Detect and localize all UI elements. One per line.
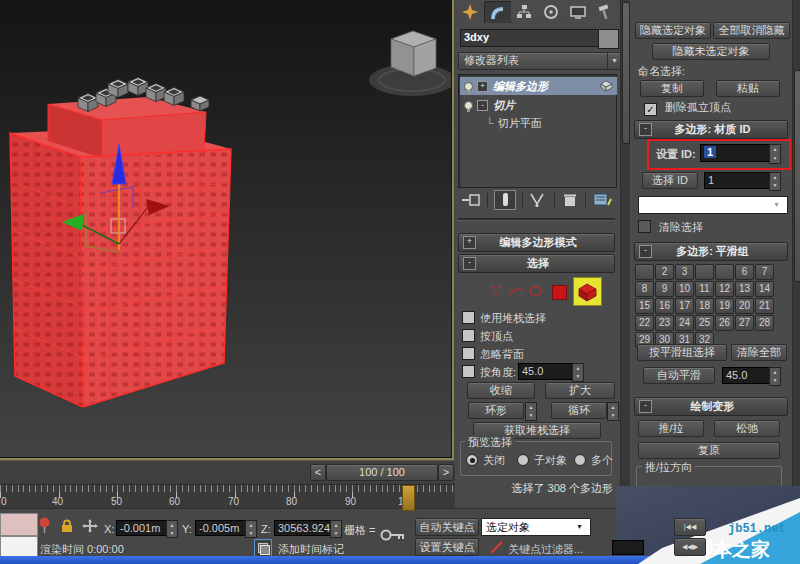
go-to-start-button[interactable]: |◀◀ — [674, 518, 706, 536]
selection-set-dropdown[interactable]: 选定对象 ▼ — [481, 518, 591, 536]
polygon-subobject-icon[interactable] — [552, 285, 567, 300]
grow-button[interactable]: 扩大 — [545, 382, 615, 399]
relax-button[interactable]: 松弛 — [714, 420, 780, 437]
smoothing-group-button[interactable]: 21 — [755, 298, 774, 314]
smoothing-group-button[interactable]: 14 — [755, 281, 774, 297]
ring-button[interactable]: 环形 — [468, 402, 524, 419]
object-name-field[interactable]: 3dxy — [460, 29, 602, 47]
smoothing-group-button[interactable]: 23 — [655, 315, 674, 331]
push-pull-button[interactable]: 推/拉 — [638, 420, 704, 437]
stack-item-edit-poly[interactable]: + 编辑多边形 — [460, 77, 617, 95]
smoothing-group-button[interactable]: 3 — [675, 264, 694, 280]
rollout-edit-poly-mode[interactable]: + 编辑多边形模式 — [458, 233, 615, 252]
select-id-spinner[interactable]: ▲▼ — [769, 172, 781, 191]
clear-selection-checkbox[interactable] — [638, 220, 651, 233]
frame-number-field[interactable] — [612, 540, 644, 555]
smoothing-group-button[interactable] — [635, 264, 654, 280]
vertex-subobject-icon[interactable] — [490, 284, 504, 298]
rollout-selection[interactable]: - 选择 — [458, 254, 615, 273]
select-id-field[interactable]: 1 — [704, 172, 770, 189]
pin-stack-icon[interactable] — [461, 192, 481, 208]
make-unique-icon[interactable] — [528, 192, 548, 208]
rollout-smoothing-groups[interactable]: - 多边形: 平滑组 — [634, 242, 788, 261]
configure-modifier-sets-icon[interactable] — [592, 192, 612, 208]
by-angle-checkbox[interactable] — [462, 365, 475, 378]
set-id-spinner[interactable]: ▲▼ — [769, 144, 781, 164]
time-slider-handle[interactable]: 100 / 100 — [326, 464, 438, 481]
smoothing-group-button[interactable]: 15 — [635, 298, 654, 314]
smoothing-group-button[interactable]: 7 — [755, 264, 774, 280]
scrollbar-handle[interactable] — [622, 2, 630, 144]
by-angle-field[interactable]: 45.0 — [518, 363, 574, 380]
z-coordinate-field[interactable]: 30563.924 — [274, 520, 334, 536]
z-spinner[interactable]: ▲▼ — [330, 520, 342, 538]
tab-utilities[interactable] — [592, 1, 618, 22]
collapse-icon[interactable]: - — [477, 100, 488, 111]
edge-subobject-icon[interactable] — [509, 284, 524, 298]
ring-spinner[interactable]: ▲▼ — [525, 402, 537, 421]
viewport-canvas[interactable] — [0, 0, 451, 457]
smoothing-group-button[interactable]: 16 — [655, 298, 674, 314]
select-id-button[interactable]: 选择 ID — [642, 172, 698, 189]
track-bar-frame-marker[interactable] — [402, 485, 415, 511]
delete-isolated-vertices-checkbox[interactable]: ✓ — [644, 103, 657, 116]
smoothing-group-button[interactable]: 18 — [695, 298, 714, 314]
by-vertex-checkbox[interactable] — [462, 329, 475, 342]
smoothing-group-button[interactable] — [715, 264, 734, 280]
modifier-list-dropdown[interactable]: 修改器列表 ▼ — [458, 52, 622, 70]
y-spinner[interactable]: ▲▼ — [245, 520, 257, 538]
smoothing-group-button[interactable] — [695, 264, 714, 280]
preview-multiple-radio[interactable] — [574, 454, 586, 466]
auto-smooth-spinner[interactable]: ▲▼ — [769, 367, 781, 386]
auto-smooth-field[interactable]: 45.0 — [722, 367, 770, 384]
smoothing-group-button[interactable]: 26 — [715, 315, 734, 331]
material-name-dropdown[interactable]: ▼ — [638, 196, 788, 214]
hide-unselected-button[interactable]: 隐藏未选定对象 — [652, 43, 770, 60]
show-end-result-icon[interactable] — [494, 190, 516, 210]
select-by-sg-button[interactable]: 按平滑组选择 — [637, 344, 727, 361]
key-filters-button[interactable]: 关键点过滤器... — [508, 542, 583, 557]
selection-lock-icon[interactable] — [60, 519, 74, 533]
stack-item-slice-plane[interactable]: └ 切片平面 — [460, 114, 617, 132]
time-slider-next-button[interactable]: > — [438, 464, 454, 481]
smoothing-group-button[interactable]: 13 — [735, 281, 754, 297]
smoothing-group-button[interactable]: 2 — [655, 264, 674, 280]
open-listener-window-icon[interactable] — [254, 539, 272, 557]
time-slider-prev-button[interactable]: < — [310, 464, 326, 481]
tab-hierarchy[interactable] — [511, 1, 537, 22]
visibility-bulb-icon[interactable] — [464, 82, 473, 91]
border-subobject-icon[interactable] — [529, 284, 543, 298]
modifier-stack[interactable]: + 编辑多边形 - 切片 └ 切片平面 — [458, 74, 617, 188]
expand-icon[interactable]: + — [477, 81, 488, 92]
transform-typein-icon[interactable] — [82, 519, 98, 533]
unhide-all-button[interactable]: 全部取消隐藏 — [713, 22, 790, 39]
y-coordinate-field[interactable]: -0.005m — [195, 520, 249, 536]
smoothing-group-button[interactable]: 8 — [635, 281, 654, 297]
smoothing-group-button[interactable]: 12 — [715, 281, 734, 297]
ignore-backfacing-checkbox[interactable] — [462, 347, 475, 360]
set-keys-key-icon[interactable] — [380, 528, 406, 542]
use-stack-selection-checkbox[interactable] — [462, 311, 475, 324]
shrink-button[interactable]: 收缩 — [467, 382, 535, 399]
column2-scrollbar[interactable] — [792, 0, 800, 556]
smoothing-group-button[interactable]: 28 — [755, 315, 774, 331]
smoothing-group-button[interactable]: 20 — [735, 298, 754, 314]
auto-smooth-button[interactable]: 自动平滑 — [643, 367, 715, 384]
stack-item-slice[interactable]: - 切片 — [460, 96, 617, 114]
loop-spinner[interactable]: ▲▼ — [607, 402, 619, 421]
tab-modify[interactable] — [484, 1, 512, 23]
smoothing-group-button[interactable]: 24 — [675, 315, 694, 331]
x-coordinate-field[interactable]: -0.001m — [116, 520, 170, 536]
preview-off-radio[interactable] — [466, 454, 478, 466]
copy-button[interactable]: 复制 — [640, 80, 704, 97]
tab-motion[interactable] — [538, 1, 564, 22]
preview-subobject-radio[interactable] — [517, 454, 529, 466]
add-time-tag-button[interactable]: 添加时间标记 — [278, 542, 344, 557]
smoothing-group-button[interactable]: 6 — [735, 264, 754, 280]
key-filters-icon[interactable] — [489, 540, 505, 555]
time-slider-track[interactable]: < 100 / 100 > — [0, 460, 455, 485]
smoothing-group-button[interactable]: 10 — [675, 281, 694, 297]
hide-selected-button[interactable]: 隐藏选定对象 — [635, 22, 711, 39]
visibility-bulb-icon[interactable] — [464, 101, 473, 110]
loop-button[interactable]: 循环 — [551, 402, 607, 419]
